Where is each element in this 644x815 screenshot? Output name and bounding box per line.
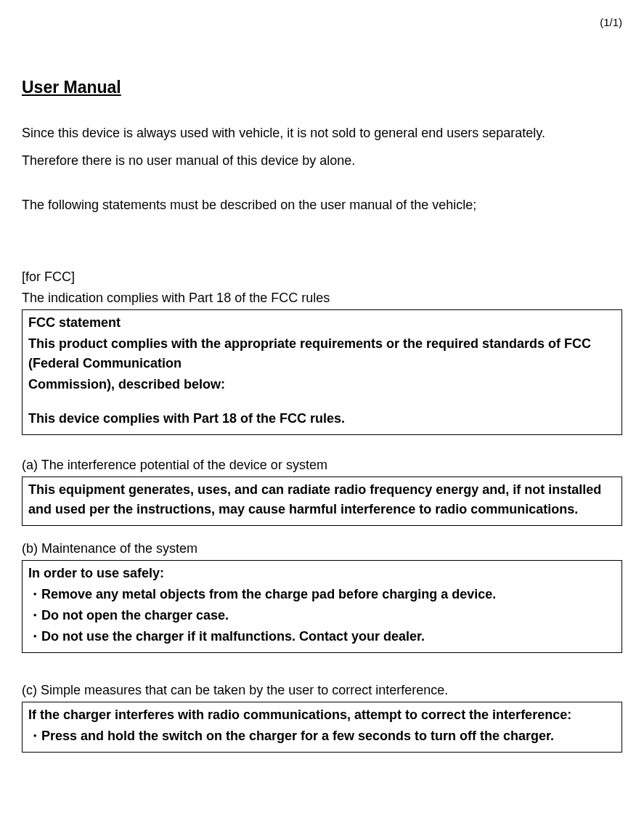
fcc-box-line-3: This device complies with Part 18 of the… bbox=[28, 409, 616, 429]
page-number: (1/1) bbox=[22, 15, 622, 31]
fcc-box: FCC statement This product complies with… bbox=[22, 309, 622, 435]
section-c-label: (c) Simple measures that can be taken by… bbox=[22, 681, 622, 700]
section-b-label: (b) Maintenance of the system bbox=[22, 539, 622, 559]
fcc-box-heading: FCC statement bbox=[28, 313, 616, 333]
section-a-label: (a) The interference potential of the de… bbox=[22, 455, 622, 475]
section-c-box: If the charger interferes with radio com… bbox=[22, 702, 622, 753]
fcc-label: [for FCC] bbox=[22, 267, 622, 287]
fcc-box-line-2: Commission), described below: bbox=[28, 375, 616, 394]
intro-para-2: Therefore there is no user manual of thi… bbox=[22, 149, 622, 172]
section-a-box: This equipment generates, uses, and can … bbox=[22, 477, 622, 526]
intro-para-3: The following statements must be describ… bbox=[22, 193, 622, 216]
fcc-box-line-1: This product complies with the appropria… bbox=[28, 334, 616, 373]
intro-para-1: Since this device is always used with ve… bbox=[22, 121, 622, 145]
section-b-bullet-3: ・Do not use the charger if it malfunctio… bbox=[28, 627, 616, 646]
document-title: User Manual bbox=[22, 75, 622, 100]
section-b-bullet-1: ・Remove any metal objects from the charg… bbox=[28, 585, 616, 604]
section-c-bullet-1: ・Press and hold the switch on the charge… bbox=[28, 726, 616, 746]
section-b-box: In order to use safely: ・Remove any meta… bbox=[22, 560, 622, 653]
section-b-heading: In order to use safely: bbox=[28, 564, 616, 583]
section-a-text: This equipment generates, uses, and can … bbox=[28, 480, 616, 519]
fcc-subtitle: The indication complies with Part 18 of … bbox=[22, 288, 622, 308]
section-c-heading: If the charger interferes with radio com… bbox=[28, 705, 616, 725]
section-b-bullet-2: ・Do not open the charger case. bbox=[28, 606, 616, 625]
